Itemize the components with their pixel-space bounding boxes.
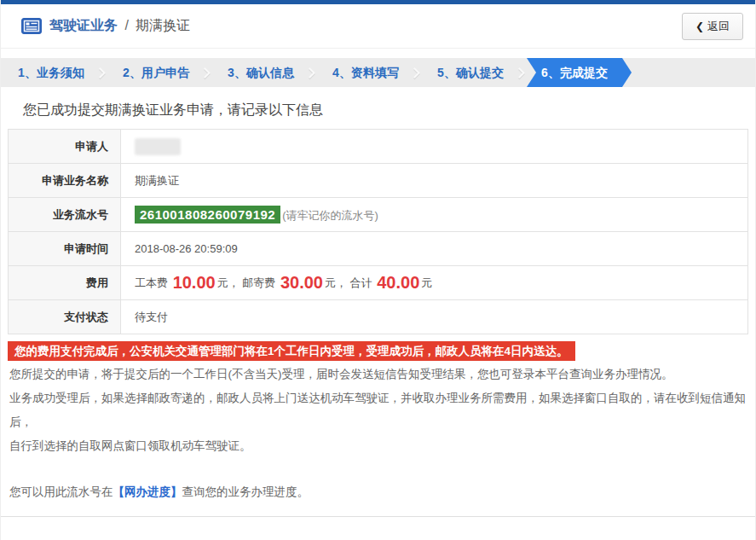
step-1-notice: 1、业务须知 — [1, 58, 101, 87]
step-progress-bar: 1、业务须知 2、用户申告 3、确认信息 4、资料填写 5、确认提交 6、完成提… — [1, 58, 755, 87]
progress-hint-suffix: 查询您的业务办理进度。 — [182, 485, 309, 498]
fee-value-cell: 工本费 10.00元， 邮寄费 30.00元， 合计 40.00元 — [121, 266, 748, 300]
page: 驾驶证业务 / 期满换证 ❮ 返回 1、业务须知 2、用户申告 3、确认信息 4… — [0, 0, 756, 540]
applicant-label: 申请人 — [9, 130, 121, 164]
notice-paragraph-2-line1: 业务成功受理后，如果选择邮政寄递的，邮政人员将上门送达机动车驾驶证，并收取办理业… — [9, 386, 748, 434]
serial-number-badge: 261001808260079192 — [135, 206, 280, 224]
fee-total-unit: 元 — [421, 276, 432, 289]
notice-paragraph-3: 您可以用此流水号在【网办进度】查询您的业务办理进度。 — [9, 480, 748, 504]
service-label: 申请业务名称 — [9, 164, 121, 198]
main-content: 您已成功提交期满换证业务申请，请记录以下信息 申请人 申请业务名称 期满换证 业… — [1, 102, 755, 517]
applicant-value — [121, 130, 748, 164]
table-row-applicant: 申请人 — [9, 130, 748, 164]
application-info-table: 申请人 申请业务名称 期满换证 业务流水号 261001808260079192… — [8, 129, 748, 334]
fee-total-label: 合计 — [350, 276, 372, 289]
applicant-name-redacted — [135, 138, 181, 155]
step-5-confirm-submit: 5、确认提交 — [420, 58, 521, 87]
breadcrumb-current: 期满换证 — [136, 18, 190, 32]
table-row-time: 申请时间 2018-08-26 20:59:09 — [9, 232, 748, 266]
breadcrumb-separator: / — [124, 18, 128, 32]
progress-hint-prefix: 您可以用此流水号在 — [9, 485, 113, 498]
fee-label: 费用 — [9, 266, 121, 300]
fee-item1-amount: 10.00 — [173, 273, 216, 292]
license-form-icon — [21, 18, 42, 34]
pay-status-value: 待支付 — [121, 300, 748, 334]
header-back-label: 返回 — [707, 19, 730, 34]
fee-item2-amount: 30.00 — [280, 273, 323, 292]
footer-spacer — [1, 517, 755, 540]
pay-status-label: 支付状态 — [9, 300, 121, 334]
service-value: 期满换证 — [121, 164, 748, 198]
apply-time-value: 2018-08-26 20:59:09 — [121, 232, 748, 266]
table-row-service: 申请业务名称 期满换证 — [9, 164, 748, 198]
table-row-status: 支付状态 待支付 — [9, 300, 748, 334]
fee-item1-label: 工本费 — [135, 276, 168, 289]
fee-item1-unit: 元， — [217, 276, 239, 289]
notice-paragraph-2-line2: 自行到选择的自取网点窗口领取机动车驾驶证。 — [9, 434, 748, 458]
header-back-button[interactable]: ❮ 返回 — [682, 13, 743, 40]
step-6-complete-active: 6、完成提交 — [527, 58, 622, 87]
breadcrumb-section[interactable]: 驾驶证业务 — [49, 18, 118, 32]
serial-value-cell: 261001808260079192(请牢记你的流水号) — [121, 198, 748, 232]
step-4-fill-data: 4、资料填写 — [315, 58, 416, 87]
step-2-declaration: 2、用户申告 — [106, 58, 206, 87]
success-message: 您已成功提交期满换证业务申请，请记录以下信息 — [23, 102, 748, 119]
payment-warning-banner: 您的费用支付完成后，公安机关交通管理部门将在1个工作日内受理，受理成功后，邮政人… — [8, 341, 575, 361]
chevron-left-icon: ❮ — [695, 20, 704, 32]
serial-note: (请牢记你的流水号) — [282, 209, 378, 222]
notice-paragraph-1: 您所提交的申请，将于提交后的一个工作日(不含当天)受理，届时会发送短信告知受理结… — [9, 363, 748, 386]
apply-time-label: 申请时间 — [9, 232, 121, 266]
fee-item2-label: 邮寄费 — [242, 276, 275, 289]
online-progress-link[interactable]: 【网办进度】 — [113, 485, 182, 498]
fee-total-amount: 40.00 — [377, 273, 419, 292]
table-row-serial: 业务流水号 261001808260079192(请牢记你的流水号) — [9, 198, 748, 232]
breadcrumb: 驾驶证业务 / 期满换证 — [49, 17, 190, 35]
fee-item2-unit: 元， — [325, 276, 347, 289]
table-row-fee: 费用 工本费 10.00元， 邮寄费 30.00元， 合计 40.00元 — [9, 266, 748, 300]
serial-label: 业务流水号 — [9, 198, 121, 232]
page-header: 驾驶证业务 / 期满换证 ❮ 返回 — [1, 4, 755, 49]
step-3-confirm-info: 3、确认信息 — [211, 58, 311, 87]
